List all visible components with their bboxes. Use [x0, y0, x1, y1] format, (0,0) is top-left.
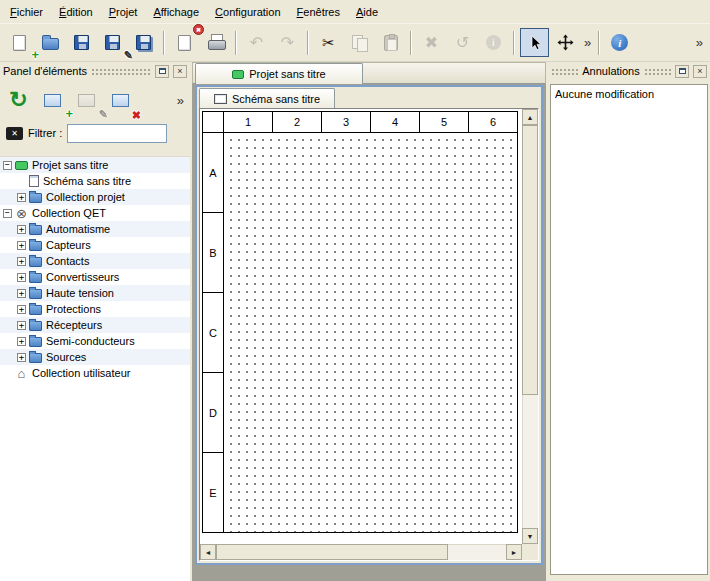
scroll-up-icon[interactable]: ▲ [522, 109, 538, 125]
tree-item-label: Contacts [46, 255, 89, 267]
column-header: 6 [469, 111, 518, 133]
tree-item-icon [29, 225, 42, 235]
float-panel-button[interactable] [155, 65, 169, 78]
reload-collections-button[interactable]: ↻ [3, 85, 34, 116]
rotate-button[interactable]: ↺ [448, 28, 477, 57]
about-icon: i [611, 34, 628, 51]
expander-icon[interactable] [17, 257, 26, 266]
dock-grip[interactable] [551, 67, 578, 75]
filter-input[interactable] [67, 124, 167, 143]
tree-item[interactable]: Automatisme [0, 221, 190, 237]
tree-item[interactable]: Convertisseurs [0, 269, 190, 285]
edit-element-button[interactable]: ✎ [71, 85, 102, 116]
save-all-button[interactable] [129, 28, 158, 57]
menu-item[interactable]: Affichage [145, 2, 207, 22]
refresh-icon: ↻ [9, 89, 27, 111]
elements-panel-toolbar: ↻ + ✎ ✖ » [0, 80, 190, 120]
diagram-view[interactable]: 1 2 3 4 5 6 [199, 108, 539, 561]
tree-item[interactable]: Schéma sans titre [0, 173, 190, 189]
save-button[interactable] [67, 28, 96, 57]
print-button[interactable] [201, 28, 230, 57]
tree-item[interactable]: Protections [0, 301, 190, 317]
tree-item[interactable]: Récepteurs [0, 317, 190, 333]
menu-item[interactable]: Configuration [207, 2, 288, 22]
project-tab-bar: Projet sans titre [192, 62, 546, 84]
tree-item[interactable]: Projet sans titre [0, 157, 190, 173]
tree-item[interactable]: Sources [0, 349, 190, 365]
redo-button[interactable]: ↷ [273, 28, 302, 57]
tree-item[interactable]: ⌂ Collection utilisateur [0, 365, 190, 381]
element-info-button[interactable]: i [479, 28, 508, 57]
expander-icon[interactable] [3, 161, 12, 170]
dock-grip[interactable] [644, 67, 671, 75]
horizontal-scroll-thumb[interactable] [216, 544, 448, 560]
tree-item-icon [29, 241, 42, 251]
select-mode-button[interactable] [520, 28, 549, 57]
expander-icon[interactable] [17, 321, 26, 330]
expander-icon[interactable] [17, 225, 26, 234]
menu-item[interactable]: Projet [101, 2, 146, 22]
expander-icon[interactable] [17, 289, 26, 298]
delete-element-button[interactable]: ✖ [105, 85, 136, 116]
new-file-icon [13, 35, 26, 51]
toolbar-separator [307, 31, 309, 55]
vertical-scrollbar[interactable]: ▲ ▼ [522, 109, 538, 544]
expander-icon[interactable] [17, 305, 26, 314]
tree-item-label: Récepteurs [46, 319, 102, 331]
undo-panel-title: Annulations [582, 65, 640, 77]
diagram-grid[interactable] [224, 133, 518, 533]
project-tab[interactable]: Projet sans titre [195, 63, 363, 84]
dock-grip[interactable] [91, 67, 151, 75]
tree-item[interactable]: Contacts [0, 253, 190, 269]
copy-button[interactable] [345, 28, 374, 57]
tree-item[interactable]: Semi-conducteurs [0, 333, 190, 349]
scroll-right-icon[interactable]: ► [506, 544, 522, 560]
delete-button[interactable]: ✖ [417, 28, 446, 57]
panel-toolbar-overflow-icon[interactable]: » [174, 93, 187, 108]
horizontal-scrollbar[interactable]: ◄ ► [200, 544, 522, 560]
tree-item[interactable]: ⊗ Collection QET [0, 205, 190, 221]
tree-item-icon [29, 193, 42, 203]
undo-list[interactable]: Aucune modification [550, 84, 708, 575]
float-panel-button[interactable] [675, 65, 689, 78]
column-header: 1 [224, 111, 273, 133]
undo-panel-header: Annulations × [548, 62, 710, 80]
new-element-button[interactable]: + [37, 85, 68, 116]
new-file-button[interactable]: + [5, 28, 34, 57]
save-as-button[interactable]: ✎ [98, 28, 127, 57]
row-header: A [202, 133, 224, 213]
about-button[interactable]: i [605, 28, 634, 57]
toolbar-overflow-icon[interactable]: » [581, 35, 594, 50]
menu-item[interactable]: Fenêtres [289, 2, 348, 22]
menu-item[interactable]: Édition [51, 2, 101, 22]
close-panel-button[interactable]: × [173, 65, 187, 78]
close-icon: × [697, 67, 702, 76]
schema-tab[interactable]: Schéma sans titre [199, 88, 335, 108]
delete-icon: ✖ [425, 35, 438, 51]
close-panel-button[interactable]: × [693, 65, 707, 78]
scroll-down-icon[interactable]: ▼ [522, 528, 538, 544]
scroll-left-icon[interactable]: ◄ [200, 544, 216, 560]
expander-icon[interactable] [17, 241, 26, 250]
cut-button[interactable]: ✂ [314, 28, 343, 57]
expander-icon[interactable] [17, 337, 26, 346]
tree-item[interactable]: Haute tension [0, 285, 190, 301]
tree-item-label: Automatisme [46, 223, 110, 235]
expander-icon[interactable] [17, 273, 26, 282]
expander-icon[interactable] [17, 353, 26, 362]
move-mode-button[interactable] [551, 28, 580, 57]
expander-icon[interactable] [3, 209, 12, 218]
expander-icon[interactable] [17, 193, 26, 202]
toolbar-overflow-right-icon[interactable]: » [693, 35, 706, 50]
menu-item[interactable]: Aide [348, 2, 386, 22]
paste-button[interactable] [376, 28, 405, 57]
undo-button[interactable]: ↶ [242, 28, 271, 57]
open-file-button[interactable] [36, 28, 65, 57]
tree-item[interactable]: Capteurs [0, 237, 190, 253]
copy-icon [352, 35, 368, 51]
menu-item[interactable]: Fichier [2, 2, 51, 22]
vertical-scroll-thumb[interactable] [522, 125, 538, 395]
clear-filter-icon[interactable]: ✕ [6, 127, 23, 140]
close-file-button[interactable]: ✖ [170, 28, 199, 57]
tree-item[interactable]: Collection projet [0, 189, 190, 205]
